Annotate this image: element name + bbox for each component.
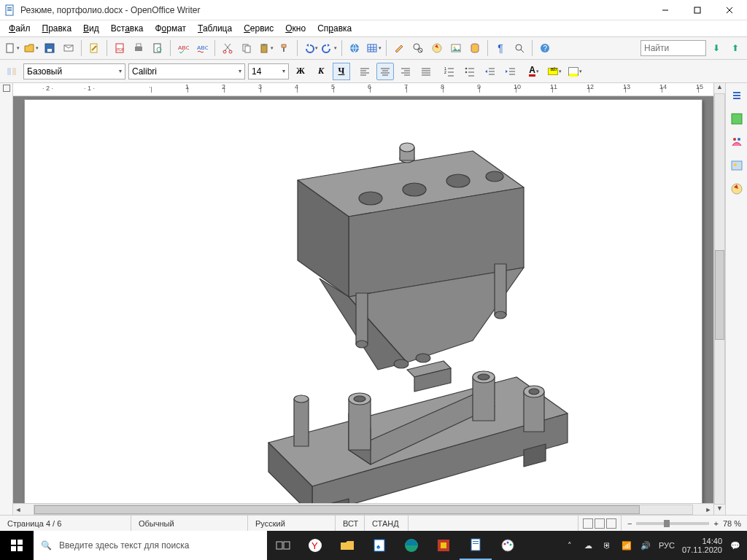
vertical-scrollbar[interactable]: ▲▼ [713, 83, 725, 515]
table-button[interactable]: ▾ [365, 39, 382, 57]
sidebar-toggle-icon[interactable] [729, 88, 745, 104]
taskbar-app-yandex[interactable]: Y [299, 531, 331, 560]
indent-dec-button[interactable] [481, 63, 499, 80]
menu-tools[interactable]: Сервис [238, 22, 279, 35]
status-language[interactable]: Русский [248, 516, 336, 531]
format-toolbar: Базовый▾ Calibri▾ 14▾ Ж К Ч 12 A▾ ab▾ ▾ [0, 60, 747, 83]
help-button[interactable]: ? [536, 39, 554, 57]
menu-edit[interactable]: Правка [36, 22, 78, 35]
sidebar-navigator-icon[interactable] [729, 181, 745, 197]
undo-button[interactable]: ▾ [301, 39, 319, 57]
taskbar-app-generic1[interactable] [427, 531, 460, 560]
taskbar-app-explorer[interactable] [331, 531, 363, 560]
find-next-button[interactable]: ⬆ [727, 39, 744, 57]
tray-chevron-icon[interactable]: ˄ [564, 540, 576, 551]
zoom-in-icon[interactable]: + [713, 519, 718, 528]
menu-help[interactable]: Справка [311, 22, 357, 35]
taskbar-app-solitaire[interactable]: ♠ [363, 531, 395, 560]
navigator-button[interactable] [428, 39, 446, 57]
svg-rect-38 [7, 68, 11, 75]
font-color-button[interactable]: A▾ [525, 63, 543, 80]
autospell-button[interactable]: ABC [193, 39, 211, 57]
start-button[interactable] [0, 531, 34, 560]
underline-button[interactable]: Ч [333, 63, 350, 80]
menu-table[interactable]: Таблица [192, 22, 238, 35]
gallery-button[interactable] [447, 39, 465, 57]
open-button[interactable]: ▾ [22, 39, 39, 57]
zoom-button[interactable] [511, 39, 528, 57]
horizontal-ruler[interactable]: · 2 ·· 1 · ·1234567891011121314151617 [13, 83, 713, 96]
bg-color-button[interactable]: ▾ [566, 63, 584, 80]
status-insert-mode[interactable]: ВСТ [336, 516, 365, 531]
zoom-control[interactable]: − + 78 % [622, 519, 747, 528]
tab-stop-icon[interactable] [3, 85, 10, 92]
menu-insert[interactable]: Вставка [105, 22, 150, 35]
font-size-combo[interactable]: 14▾ [248, 63, 289, 79]
hyperlink-button[interactable] [346, 39, 363, 57]
paste-button[interactable]: ▾ [257, 39, 274, 57]
taskbar-app-writer[interactable] [460, 531, 492, 560]
menu-window[interactable]: Окно [279, 22, 311, 35]
align-left-button[interactable] [356, 63, 374, 80]
status-style[interactable]: Обычный [131, 516, 248, 531]
email-button[interactable] [60, 39, 77, 57]
menu-format[interactable]: Формат [149, 22, 192, 35]
tray-network-icon[interactable]: 📶 [621, 540, 632, 551]
indent-inc-button[interactable] [502, 63, 519, 80]
find-replace-button[interactable] [409, 39, 427, 57]
align-center-button[interactable] [376, 63, 394, 80]
format-paint-button[interactable] [276, 39, 293, 57]
sidebar-properties-icon[interactable] [729, 111, 745, 127]
taskbar-app-paint[interactable] [492, 531, 524, 560]
paragraph-style-combo[interactable]: Базовый▾ [23, 63, 125, 79]
tray-notifications-icon[interactable]: 💬 [729, 540, 741, 551]
tray-language[interactable]: РУС [659, 541, 675, 550]
styles-button[interactable] [3, 63, 20, 80]
export-pdf-button[interactable]: PDF [111, 39, 128, 57]
status-selection-mode[interactable]: СТАНД [365, 516, 409, 531]
align-justify-button[interactable] [417, 63, 435, 80]
copy-button[interactable] [238, 39, 255, 57]
font-name-combo[interactable]: Calibri▾ [128, 63, 245, 79]
view-mode-icons[interactable] [578, 516, 622, 531]
maximize-button[interactable] [681, 0, 713, 20]
tray-volume-icon[interactable]: 🔊 [640, 540, 651, 551]
edit-doc-button[interactable] [85, 39, 103, 57]
nonprint-chars-button[interactable]: ¶ [492, 39, 509, 57]
sidebar-gallery-icon[interactable] [729, 158, 745, 174]
zoom-out-icon[interactable]: − [627, 519, 632, 528]
system-tray[interactable]: ˄ ☁ ⛨ 📶 🔊 РУС 14:40 07.11.2020 💬 [558, 531, 747, 560]
print-preview-button[interactable] [149, 39, 166, 57]
find-input[interactable] [640, 40, 706, 56]
tray-clock[interactable]: 14:40 07.11.2020 [682, 537, 722, 554]
horizontal-scrollbar[interactable]: ◄► [13, 503, 713, 515]
find-prev-button[interactable]: ⬇ [708, 39, 725, 57]
taskbar-search[interactable]: 🔍 Введите здесь текст для поиска [34, 531, 267, 560]
tray-security-icon[interactable]: ⛨ [602, 540, 614, 551]
document-viewport[interactable] [13, 96, 713, 503]
menu-view[interactable]: Вид [77, 22, 105, 35]
italic-button[interactable]: К [312, 63, 330, 80]
minimize-button[interactable] [649, 0, 681, 20]
menu-file[interactable]: Файл [3, 22, 36, 35]
close-button[interactable] [713, 0, 746, 20]
print-button[interactable] [130, 39, 147, 57]
task-view-button[interactable] [267, 531, 299, 560]
show-draw-button[interactable] [390, 39, 408, 57]
bold-button[interactable]: Ж [292, 63, 309, 80]
zoom-value[interactable]: 78 % [723, 519, 741, 528]
align-right-button[interactable] [397, 63, 414, 80]
spellcheck-button[interactable]: ABC [174, 39, 192, 57]
datasource-button[interactable] [466, 39, 484, 57]
save-button[interactable] [41, 39, 58, 57]
taskbar-app-edge[interactable] [395, 531, 427, 560]
cut-button[interactable] [219, 39, 236, 57]
sidebar-styles-icon[interactable] [729, 134, 745, 150]
highlight-button[interactable]: ab▾ [546, 63, 563, 80]
new-doc-button[interactable]: ▾ [3, 39, 20, 57]
tray-onedrive-icon[interactable]: ☁ [583, 540, 595, 551]
number-list-button[interactable]: 12 [441, 63, 458, 80]
zoom-slider[interactable] [636, 522, 709, 525]
bullet-list-button[interactable] [461, 63, 479, 80]
redo-button[interactable]: ▾ [320, 39, 338, 57]
